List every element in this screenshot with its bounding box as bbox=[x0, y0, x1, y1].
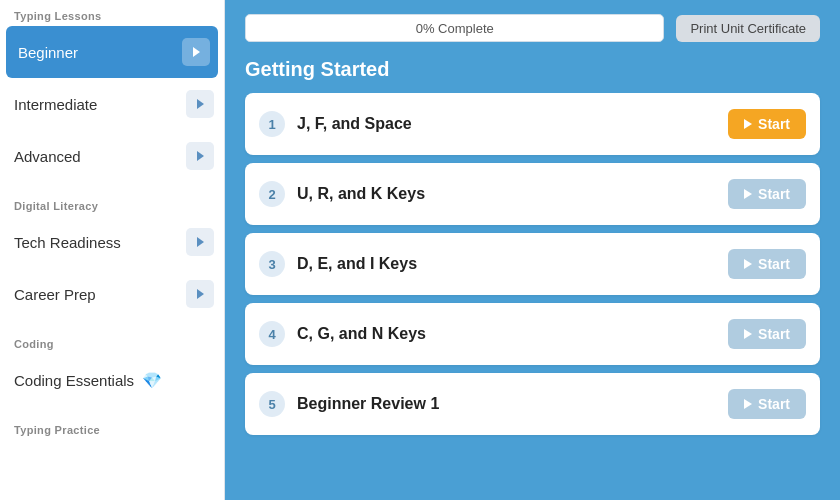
career-prep-expand-button[interactable] bbox=[186, 280, 214, 308]
sidebar-item-tech-readiness[interactable]: Tech Readiness bbox=[0, 216, 224, 268]
lesson-number-1: 1 bbox=[259, 111, 285, 137]
lesson-name-2: U, R, and K Keys bbox=[297, 185, 728, 203]
lesson-name-4: C, G, and N Keys bbox=[297, 325, 728, 343]
sidebar-item-label-coding-essentials: Coding Essentials 💎 bbox=[14, 371, 162, 390]
chevron-right-icon bbox=[197, 151, 204, 161]
lesson-name-3: D, E, and I Keys bbox=[297, 255, 728, 273]
play-icon bbox=[744, 259, 752, 269]
table-row: 3 D, E, and I Keys Start bbox=[245, 233, 820, 295]
sidebar-item-label-career-prep: Career Prep bbox=[14, 286, 96, 303]
lesson-number-4: 4 bbox=[259, 321, 285, 347]
intermediate-expand-button[interactable] bbox=[186, 90, 214, 118]
digital-literacy-section-label: Digital Literacy bbox=[0, 190, 224, 216]
advanced-expand-button[interactable] bbox=[186, 142, 214, 170]
sidebar-item-beginner[interactable]: Beginner bbox=[6, 26, 218, 78]
typing-practice-section-label: Typing Practice bbox=[0, 414, 224, 440]
coding-section-label: Coding bbox=[0, 328, 224, 354]
chevron-right-icon bbox=[197, 237, 204, 247]
table-row: 4 C, G, and N Keys Start bbox=[245, 303, 820, 365]
tech-readiness-expand-button[interactable] bbox=[186, 228, 214, 256]
lesson-number-3: 3 bbox=[259, 251, 285, 277]
start-button-1[interactable]: Start bbox=[728, 109, 806, 139]
lesson-name-5: Beginner Review 1 bbox=[297, 395, 728, 413]
chevron-right-icon bbox=[197, 99, 204, 109]
sidebar-item-career-prep[interactable]: Career Prep bbox=[0, 268, 224, 320]
beginner-expand-button[interactable] bbox=[182, 38, 210, 66]
sidebar-item-label-tech-readiness: Tech Readiness bbox=[14, 234, 121, 251]
lesson-name-1: J, F, and Space bbox=[297, 115, 728, 133]
sidebar-item-label-intermediate: Intermediate bbox=[14, 96, 97, 113]
play-icon bbox=[744, 399, 752, 409]
lesson-number-2: 2 bbox=[259, 181, 285, 207]
sidebar-item-label-beginner: Beginner bbox=[18, 44, 78, 61]
lesson-number-5: 5 bbox=[259, 391, 285, 417]
gem-icon: 💎 bbox=[142, 372, 162, 389]
progress-bar: 0% Complete bbox=[245, 14, 664, 42]
sidebar-item-advanced[interactable]: Advanced bbox=[0, 130, 224, 182]
print-certificate-button[interactable]: Print Unit Certificate bbox=[676, 15, 820, 42]
chevron-right-icon bbox=[193, 47, 200, 57]
play-icon bbox=[744, 119, 752, 129]
start-button-2[interactable]: Start bbox=[728, 179, 806, 209]
chevron-right-icon bbox=[197, 289, 204, 299]
table-row: 2 U, R, and K Keys Start bbox=[245, 163, 820, 225]
start-button-4[interactable]: Start bbox=[728, 319, 806, 349]
table-row: 5 Beginner Review 1 Start bbox=[245, 373, 820, 435]
sidebar-item-label-advanced: Advanced bbox=[14, 148, 81, 165]
table-row: 1 J, F, and Space Start bbox=[245, 93, 820, 155]
play-icon bbox=[744, 189, 752, 199]
typing-lessons-section-label: Typing Lessons bbox=[0, 0, 224, 26]
main-header: 0% Complete Print Unit Certificate bbox=[225, 0, 840, 52]
start-button-5[interactable]: Start bbox=[728, 389, 806, 419]
start-button-3[interactable]: Start bbox=[728, 249, 806, 279]
play-icon bbox=[744, 329, 752, 339]
progress-bar-text: 0% Complete bbox=[416, 21, 494, 36]
sidebar-item-intermediate[interactable]: Intermediate bbox=[0, 78, 224, 130]
lessons-list: 1 J, F, and Space Start 2 U, R, and K Ke… bbox=[225, 93, 840, 500]
sidebar-item-coding-essentials[interactable]: Coding Essentials 💎 bbox=[0, 354, 224, 406]
sidebar: Typing Lessons Beginner Intermediate Adv… bbox=[0, 0, 225, 500]
main-content: 0% Complete Print Unit Certificate Getti… bbox=[225, 0, 840, 500]
section-title: Getting Started bbox=[225, 52, 840, 93]
